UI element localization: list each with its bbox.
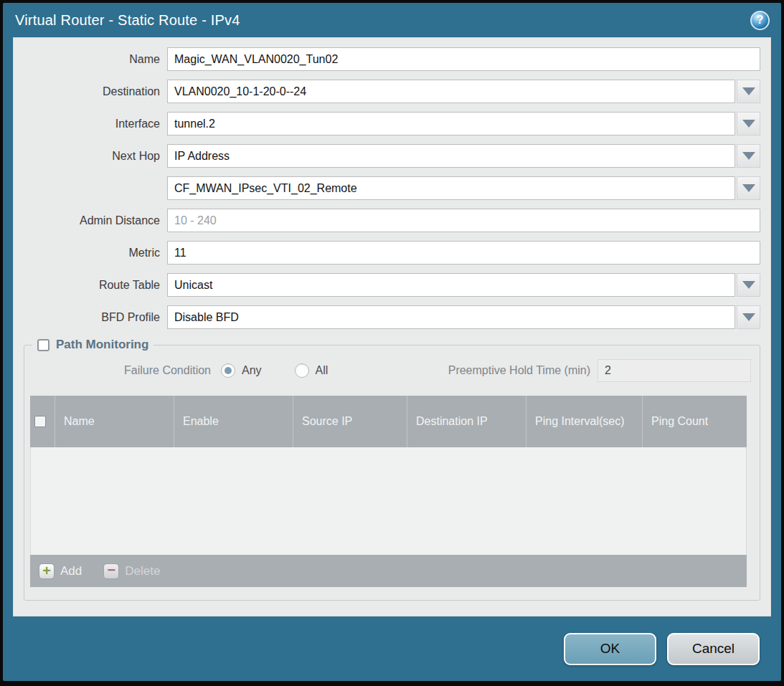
form-row-next-hop: Next Hop	[24, 144, 760, 168]
radio-any-label: Any	[242, 364, 262, 377]
help-icon[interactable]: ?	[750, 11, 770, 30]
next-hop-address-input[interactable]	[167, 176, 735, 200]
next-hop-type-input[interactable]	[167, 144, 735, 168]
chevron-down-icon	[742, 87, 755, 95]
radio-any-icon[interactable]	[221, 363, 235, 378]
admin-distance-label: Admin Distance	[24, 214, 160, 227]
destination-dropdown-button[interactable]	[737, 80, 760, 103]
bfd-profile-dropdown-button[interactable]	[737, 305, 760, 329]
column-header-name[interactable]: Name	[55, 396, 174, 447]
path-monitoring-section: Path Monitoring Failure Condition Any Al…	[24, 338, 760, 601]
preemptive-hold-time-label: Preemptive Hold Time (min)	[448, 364, 590, 377]
dialog-content: Name Destination Interface Next Hop	[13, 37, 771, 616]
next-hop-dropdown-button[interactable]	[737, 144, 760, 168]
path-monitoring-legend: Path Monitoring	[32, 338, 154, 352]
next-hop-label: Next Hop	[24, 150, 160, 163]
route-table-input[interactable]	[167, 273, 735, 297]
route-table-label: Route Table	[24, 279, 160, 292]
failure-condition-any-option[interactable]: Any	[221, 363, 262, 378]
name-label: Name	[24, 53, 160, 66]
destination-input[interactable]	[167, 80, 735, 103]
interface-input[interactable]	[167, 112, 735, 135]
form-row-next-hop-address	[24, 176, 760, 200]
form-row-destination: Destination	[24, 80, 760, 103]
chevron-down-icon	[742, 184, 755, 192]
select-all-checkbox[interactable]	[34, 416, 46, 427]
column-header-source-ip[interactable]: Source IP	[293, 396, 407, 447]
table-body-empty	[30, 447, 747, 555]
delete-minus-icon: −	[103, 563, 119, 579]
table-header-checkbox-cell	[30, 396, 55, 447]
chevron-down-icon	[742, 152, 755, 160]
form-row-route-table: Route Table	[24, 273, 760, 297]
metric-label: Metric	[24, 247, 160, 259]
delete-button-label: Delete	[125, 564, 160, 578]
bfd-profile-label: BFD Profile	[24, 311, 160, 324]
column-header-ping-count[interactable]: Ping Count	[643, 396, 747, 447]
failure-condition-row: Failure Condition Any All Preemptive Hol…	[30, 359, 754, 382]
form-row-admin-distance: Admin Distance	[24, 209, 760, 232]
path-monitoring-title: Path Monitoring	[56, 338, 148, 352]
bfd-profile-input[interactable]	[167, 305, 735, 329]
metric-input[interactable]	[167, 241, 760, 265]
dialog-title: Virtual Router - Static Route - IPv4	[15, 12, 240, 29]
radio-all-label: All	[316, 364, 329, 377]
minus-glyph: −	[107, 563, 115, 577]
table-header-row: Name Enable Source IP Destination IP Pin…	[30, 396, 747, 447]
path-monitoring-table: Name Enable Source IP Destination IP Pin…	[30, 396, 747, 587]
dialog-footer: OK Cancel	[3, 616, 781, 681]
interface-dropdown-button[interactable]	[737, 112, 760, 135]
add-button-label: Add	[60, 564, 82, 578]
plus-glyph: +	[42, 563, 51, 578]
form-row-name: Name	[24, 47, 760, 71]
failure-condition-label: Failure Condition	[30, 364, 211, 377]
chevron-down-icon	[742, 120, 755, 128]
chevron-down-icon	[742, 281, 755, 289]
table-toolbar: + Add − Delete	[30, 555, 747, 587]
column-header-destination-ip[interactable]: Destination IP	[407, 396, 526, 447]
route-table-dropdown-button[interactable]	[737, 273, 760, 297]
screenshot-frame: Virtual Router - Static Route - IPv4 ? N…	[0, 0, 784, 686]
static-route-dialog: Virtual Router - Static Route - IPv4 ? N…	[3, 3, 781, 681]
dialog-titlebar: Virtual Router - Static Route - IPv4 ?	[3, 3, 781, 37]
path-monitoring-checkbox[interactable]	[37, 339, 49, 351]
add-button[interactable]: + Add	[39, 563, 82, 579]
interface-label: Interface	[24, 118, 160, 130]
form-row-metric: Metric	[24, 241, 760, 265]
admin-distance-input[interactable]	[167, 209, 760, 232]
next-hop-address-dropdown-button[interactable]	[737, 176, 760, 200]
column-header-ping-interval[interactable]: Ping Interval(sec)	[526, 396, 643, 447]
ok-button[interactable]: OK	[564, 633, 656, 665]
radio-all-icon[interactable]	[295, 363, 309, 378]
failure-condition-all-option[interactable]: All	[295, 363, 329, 378]
name-input[interactable]	[167, 47, 760, 71]
delete-button[interactable]: − Delete	[103, 563, 160, 579]
add-plus-icon: +	[39, 563, 55, 579]
destination-label: Destination	[24, 85, 160, 98]
column-header-enable[interactable]: Enable	[174, 396, 293, 447]
form-row-interface: Interface	[24, 112, 760, 135]
chevron-down-icon	[742, 313, 755, 321]
preemptive-hold-time-input[interactable]	[598, 359, 751, 382]
form-row-bfd-profile: BFD Profile	[24, 305, 760, 329]
cancel-button[interactable]: Cancel	[667, 633, 760, 665]
